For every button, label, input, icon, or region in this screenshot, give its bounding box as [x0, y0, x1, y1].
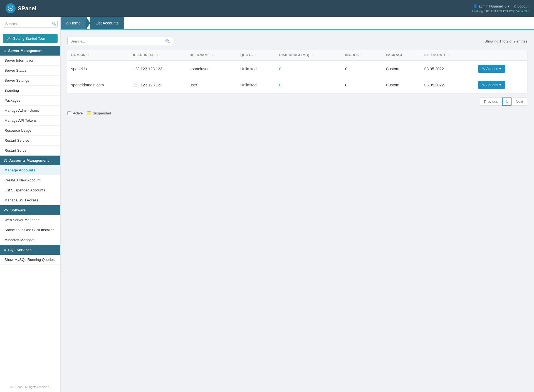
logout-icon: ⎋: [514, 4, 516, 8]
sort-icon-quota: ↑↓: [255, 54, 258, 57]
table-search-input[interactable]: [70, 39, 165, 43]
table-row: spanel.io 123.123.123.123 spaneluser Unl…: [67, 61, 527, 77]
logo-icon: [6, 3, 16, 13]
sidebar-section-sql-services[interactable]: ≡ SQL Services: [0, 245, 60, 255]
sidebar-item-minecraft-manager[interactable]: Minecraft Manager: [0, 235, 60, 245]
actions-label-2: Actions: [486, 83, 498, 87]
sidebar-item-manage-admin-users[interactable]: Manage Admin Users: [0, 106, 60, 116]
legend-active-label: Active: [73, 111, 83, 115]
sort-icon-username: ↑↓: [212, 54, 215, 57]
sidebar-item-server-settings[interactable]: Server Settings: [0, 76, 60, 86]
user-icon: 👤: [473, 4, 478, 8]
edit-icon-1: ✎: [482, 67, 485, 71]
header: SPanel 👤 admin@spanel.io ▾ ⎋ Logout Last…: [0, 0, 534, 17]
sidebar-item-resource-usage[interactable]: Resource Usage: [0, 126, 60, 136]
sidebar-item-branding[interactable]: Branding: [0, 86, 60, 96]
table-search-wrap[interactable]: 🔍: [67, 37, 173, 45]
sidebar-section-software[interactable]: <> Software: [0, 205, 60, 215]
cell-ip-1: 123.123.123.123: [129, 61, 186, 77]
sort-icon-ip: ↑↓: [157, 54, 160, 57]
accounts-management-label: Accounts Management: [9, 158, 49, 163]
getting-started-button[interactable]: 🚀 Getting Started Tour: [3, 34, 58, 43]
user-email: admin@spanel.io: [479, 4, 507, 8]
sidebar-item-manage-accounts[interactable]: Manage Accounts: [0, 165, 60, 175]
pagination-next[interactable]: Next: [511, 98, 527, 106]
last-login-text: Last login IP: 123.123.123.123: [472, 9, 514, 13]
sidebar-item-manage-ssh-access[interactable]: Manage SSH Access: [0, 195, 60, 205]
sidebar-item-softaculous[interactable]: Softaculous One Click Installer: [0, 225, 60, 235]
legend-box-suspended: [87, 111, 91, 115]
cell-username-1: spaneluser: [186, 61, 237, 77]
legend-active: Active: [67, 111, 83, 115]
logo-text: SPanel: [18, 5, 36, 12]
sidebar-item-web-server-manager[interactable]: Web Server Manager: [0, 215, 60, 225]
home-icon: ⌂: [66, 21, 68, 25]
table-row: spaneldomain.com 123.123.123.123 user Un…: [67, 77, 527, 93]
pagination: Previous 1 Next: [67, 98, 527, 106]
breadcrumb-home[interactable]: ⌂ Home: [61, 17, 86, 29]
col-package[interactable]: PACKAGE: [382, 50, 420, 61]
cell-username-2: user: [186, 77, 237, 93]
sidebar-item-server-status[interactable]: Server Status: [0, 66, 60, 76]
breadcrumb-arrow: [86, 17, 90, 29]
entries-info: Showing 1 to 2 of 2 entries: [484, 39, 527, 43]
chevron-down-icon-1: ▾: [499, 67, 501, 71]
rocket-icon: 🚀: [7, 36, 11, 41]
breadcrumb-current-label: List Accounts: [96, 21, 119, 25]
sidebar-item-restart-server[interactable]: Restart Server: [0, 146, 60, 156]
cell-quota-1: Unlimited: [236, 61, 275, 77]
user-menu[interactable]: 👤 admin@spanel.io ▾: [473, 4, 510, 8]
sidebar-section-server-management[interactable]: ≡ Server Management: [0, 46, 60, 56]
col-setup-date[interactable]: SETUP DATE ↑↓: [421, 50, 474, 61]
server-management-icon: ≡: [4, 49, 6, 53]
pagination-prev[interactable]: Previous: [480, 98, 502, 106]
chevron-down-icon: ▾: [508, 4, 510, 8]
logout-label: Logout: [517, 4, 528, 8]
cell-date-2: 03.05.2022: [421, 77, 474, 93]
col-domain[interactable]: DOMAIN ↑↓: [67, 50, 129, 61]
table-legend: Active Suspended: [67, 111, 527, 115]
col-disk-usage[interactable]: DISK USAGE(MB) ↑↓: [275, 50, 341, 61]
main-content: ⌂ Home List Accounts 🔍 Showing 1 to 2 of…: [61, 17, 534, 392]
breadcrumb-home-label: Home: [70, 21, 80, 25]
logout-button[interactable]: ⎋ Logout: [514, 4, 528, 8]
sort-icon-domain: ↑↓: [88, 54, 91, 57]
sidebar-item-show-mysql-queries[interactable]: Show MySQL Running Queries: [0, 255, 60, 265]
sidebar-item-packages[interactable]: Packages: [0, 96, 60, 106]
breadcrumb: ⌂ Home List Accounts: [61, 17, 534, 30]
actions-label-1: Actions: [486, 67, 498, 71]
pagination-current-page[interactable]: 1: [502, 98, 511, 106]
breadcrumb-current: List Accounts: [90, 17, 124, 29]
search-input[interactable]: [5, 22, 52, 26]
sidebar-item-create-new-account[interactable]: Create a New Account: [0, 175, 60, 185]
sidebar: 🔍 🚀 Getting Started Tour ≡ Server Manage…: [0, 17, 61, 392]
sidebar-search-box[interactable]: 🔍: [3, 20, 58, 28]
table-header-row: DOMAIN ↑↓ IP ADDRESS ↑↓ USERNAME ↑↓ QU: [67, 50, 527, 61]
sidebar-section-accounts-management[interactable]: ◎ Accounts Management: [0, 156, 60, 165]
accounts-management-icon: ◎: [4, 158, 7, 163]
cell-inodes-1: 0: [341, 61, 382, 77]
sort-icon-date: ↑↓: [449, 54, 452, 57]
col-inodes[interactable]: INODES ↑↓: [341, 50, 382, 61]
view-all-link[interactable]: [ View all ]: [515, 9, 528, 13]
sidebar-item-server-information[interactable]: Server Information: [0, 56, 60, 66]
table-toolbar: 🔍 Showing 1 to 2 of 2 entries: [67, 37, 527, 45]
sidebar-search-area: 🔍: [0, 17, 60, 31]
sidebar-item-restart-service[interactable]: Restart Service: [0, 136, 60, 146]
col-quota[interactable]: QUOTA ↑↓: [236, 50, 275, 61]
sidebar-item-manage-api-tokens[interactable]: Manage API Tokens: [0, 116, 60, 126]
table-search-icon: 🔍: [165, 39, 170, 43]
col-ip-address[interactable]: IP ADDRESS ↑↓: [129, 50, 186, 61]
cell-domain-2: spaneldomain.com: [67, 77, 129, 93]
software-label: Software: [10, 208, 26, 212]
sidebar-item-list-suspended-accounts[interactable]: List Suspended Accounts: [0, 185, 60, 195]
col-username[interactable]: USERNAME ↑↓: [186, 50, 237, 61]
legend-suspended: Suspended: [87, 111, 111, 115]
edit-icon-2: ✎: [482, 83, 485, 87]
cell-actions-1: ✎ Actions ▾: [474, 61, 527, 77]
search-icon: 🔍: [52, 22, 56, 26]
actions-button-1[interactable]: ✎ Actions ▾: [478, 65, 505, 73]
chevron-down-icon-2: ▾: [499, 83, 501, 87]
actions-button-2[interactable]: ✎ Actions ▾: [478, 81, 505, 89]
cell-domain-1: spanel.io: [67, 61, 129, 77]
